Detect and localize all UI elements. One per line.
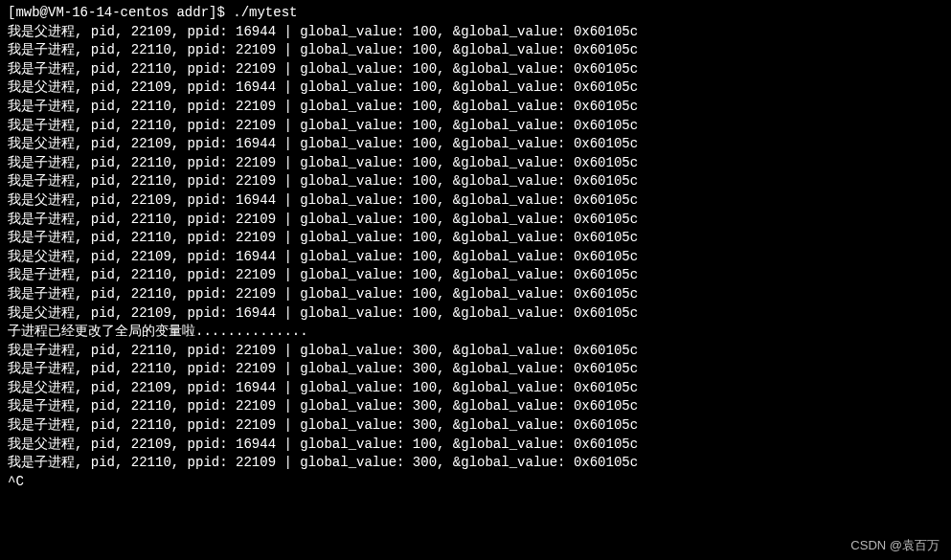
shell-prompt-line[interactable]: [mwb@VM-16-14-centos addr]$ ./mytest — [8, 4, 943, 23]
watermark-text: CSDN @袁百万 — [850, 537, 940, 554]
terminal-output-line: 我是父进程, pid, 22109, ppid: 16944 | global_… — [8, 379, 943, 398]
terminal-output-line: 我是父进程, pid, 22109, ppid: 16944 | global_… — [8, 135, 943, 154]
terminal-output-line: 我是子进程, pid, 22110, ppid: 22109 | global_… — [8, 342, 943, 361]
terminal-output-line: 我是父进程, pid, 22109, ppid: 16944 | global_… — [8, 304, 943, 324]
terminal-output-line: 我是子进程, pid, 22110, ppid: 22109 | global_… — [8, 266, 943, 285]
change-message-line: 子进程已经更改了全局的变量啦.............. — [8, 323, 943, 342]
terminal-output-line: 我是子进程, pid, 22110, ppid: 22109 | global_… — [8, 285, 943, 304]
terminal-output-line: 我是子进程, pid, 22110, ppid: 22109 | global_… — [8, 117, 943, 136]
terminal-output-line: 我是子进程, pid, 22110, ppid: 22109 | global_… — [8, 172, 943, 191]
terminal-output-line: 我是子进程, pid, 22110, ppid: 22109 | global_… — [8, 397, 943, 416]
terminal-output-before: 我是父进程, pid, 22109, ppid: 16944 | global_… — [8, 23, 943, 324]
terminal-output-line: 我是子进程, pid, 22110, ppid: 22109 | global_… — [8, 98, 943, 117]
terminal-output-line: 我是父进程, pid, 22109, ppid: 16944 | global_… — [8, 248, 943, 267]
terminal-output-line: 我是子进程, pid, 22110, ppid: 22109 | global_… — [8, 211, 943, 230]
terminal-output-line: 我是子进程, pid, 22110, ppid: 22109 | global_… — [8, 360, 943, 379]
terminal-output-line: 我是父进程, pid, 22109, ppid: 16944 | global_… — [8, 78, 943, 98]
terminal-output-line: 我是父进程, pid, 22109, ppid: 16944 | global_… — [8, 436, 943, 455]
terminal-output-line: 我是子进程, pid, 22110, ppid: 22109 | global_… — [8, 416, 943, 436]
terminal-output-line: 我是子进程, pid, 22110, ppid: 22109 | global_… — [8, 454, 943, 473]
terminal-output-line: 我是父进程, pid, 22109, ppid: 16944 | global_… — [8, 23, 943, 42]
terminal-output-line: 我是子进程, pid, 22110, ppid: 22109 | global_… — [8, 229, 943, 248]
shell-command: ./mytest — [233, 5, 297, 20]
terminal-output-line: 我是子进程, pid, 22110, ppid: 22109 | global_… — [8, 60, 943, 79]
shell-prompt: [mwb@VM-16-14-centos addr]$ — [8, 5, 233, 20]
terminal-output-after: 我是子进程, pid, 22110, ppid: 22109 | global_… — [8, 342, 943, 473]
terminal-output-line: 我是子进程, pid, 22110, ppid: 22109 | global_… — [8, 154, 943, 173]
terminal-output-line: 我是父进程, pid, 22109, ppid: 16944 | global_… — [8, 191, 943, 211]
interrupt-line: ^C — [8, 473, 943, 492]
terminal-output-line: 我是子进程, pid, 22110, ppid: 22109 | global_… — [8, 41, 943, 60]
